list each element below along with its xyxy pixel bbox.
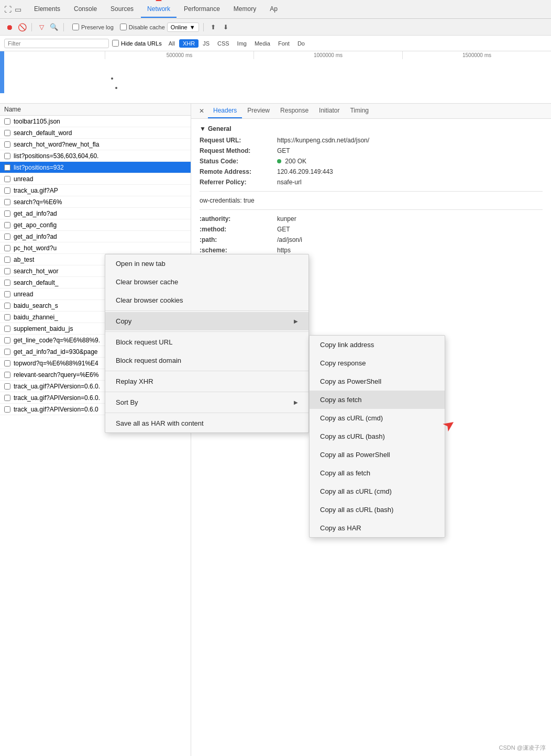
filter-js[interactable]: JS xyxy=(199,39,213,48)
list-item-checkbox[interactable] xyxy=(4,210,10,217)
filter-xhr[interactable]: XHR xyxy=(179,39,199,48)
list-item-checkbox[interactable] xyxy=(4,164,10,171)
ctx-save-har[interactable]: Save all as HAR with content xyxy=(105,414,308,432)
list-item-checkbox[interactable] xyxy=(4,337,10,343)
list-item-checkbox[interactable] xyxy=(4,395,10,401)
ctx-copy-link-address[interactable]: Copy link address xyxy=(310,336,445,354)
ctx-copy-all-as-powershell[interactable]: Copy all as PowerShell xyxy=(310,446,445,464)
status-code-key: Status Code: xyxy=(200,158,273,165)
ctx-open-new-tab[interactable]: Open in new tab xyxy=(105,254,308,273)
preserve-log-checkbox[interactable] xyxy=(72,24,79,30)
network-list[interactable]: toolbar1105.json search_default_word sea… xyxy=(0,116,191,756)
list-item-checkbox[interactable] xyxy=(4,141,10,148)
disable-cache-checkbox[interactable] xyxy=(120,24,127,30)
request-url-key: Request URL: xyxy=(200,137,273,144)
list-item[interactable]: get_ad_info?ad xyxy=(0,208,191,219)
ctx-copy-as-fetch[interactable]: Copy as fetch xyxy=(310,391,445,409)
ctx-copy-as-curl-cmd[interactable]: Copy as cURL (cmd) xyxy=(310,409,445,427)
list-item-checkbox[interactable] xyxy=(4,234,10,240)
list-item[interactable]: get_ad_info?ad xyxy=(0,231,191,242)
list-item-name: toolbar1105.json xyxy=(14,118,186,125)
list-item-checkbox[interactable] xyxy=(4,257,10,263)
filter-font[interactable]: Font xyxy=(274,39,293,48)
list-item-checkbox[interactable] xyxy=(4,303,10,309)
list-item-name: list?positions=536,603,604,60. xyxy=(14,152,186,160)
network-throttle-select[interactable]: Online ▼ xyxy=(167,23,199,32)
list-item-checkbox[interactable] xyxy=(4,245,10,251)
select-icon[interactable]: ⛶ xyxy=(4,5,12,14)
list-item[interactable]: list?positions=536,603,604,60. xyxy=(0,150,191,162)
list-item-checkbox[interactable] xyxy=(4,314,10,320)
record-button[interactable]: ⏺ xyxy=(4,22,15,32)
list-item-checkbox[interactable] xyxy=(4,187,10,194)
stop-button[interactable]: 🚫 xyxy=(17,22,27,32)
ctx-clear-cache[interactable]: Clear browser cache xyxy=(105,273,308,291)
tab-headers[interactable]: Headers xyxy=(208,104,242,118)
list-item-checkbox[interactable] xyxy=(4,153,10,159)
tab-elements[interactable]: Elements xyxy=(28,1,67,18)
list-item[interactable]: search?q=%E6% xyxy=(0,196,191,208)
tab-sources[interactable]: Sources xyxy=(104,1,140,18)
ctx-block-url[interactable]: Block request URL xyxy=(105,333,308,351)
list-item-checkbox[interactable] xyxy=(4,372,10,378)
list-item-checkbox[interactable] xyxy=(4,222,10,228)
list-item[interactable]: toolbar1105.json xyxy=(0,116,191,127)
filter-input[interactable] xyxy=(4,39,109,48)
hide-data-urls-checkbox[interactable] xyxy=(112,40,119,47)
filter-doc[interactable]: Do xyxy=(294,39,308,48)
close-panel-button[interactable]: ✕ xyxy=(195,104,208,118)
list-item[interactable]: get_apo_config xyxy=(0,219,191,231)
filter-img[interactable]: Img xyxy=(234,39,250,48)
device-icon[interactable]: ▭ xyxy=(15,5,21,14)
list-item-checkbox[interactable] xyxy=(4,130,10,136)
list-item[interactable]: search_default_word xyxy=(0,127,191,139)
tab-response[interactable]: Response xyxy=(275,104,314,118)
list-item-checkbox[interactable] xyxy=(4,118,10,125)
list-item[interactable]: unread xyxy=(0,173,191,185)
ctx-copy-as-curl-bash[interactable]: Copy as cURL (bash) xyxy=(310,427,445,446)
tab-performance[interactable]: Performance xyxy=(178,1,226,18)
list-item-checkbox[interactable] xyxy=(4,280,10,286)
ctx-clear-cookies[interactable]: Clear browser cookies xyxy=(105,291,308,309)
list-item[interactable]: search_hot_word?new_hot_fla xyxy=(0,139,191,150)
filter-button[interactable]: ▽ xyxy=(36,22,47,32)
ctx-copy-all-as-fetch[interactable]: Copy all as fetch xyxy=(310,464,445,482)
tab-preview[interactable]: Preview xyxy=(242,104,275,118)
list-item-selected[interactable]: list?positions=932 xyxy=(0,162,191,173)
tab-console[interactable]: Console xyxy=(68,1,103,18)
tab-initiator[interactable]: Initiator xyxy=(314,104,345,118)
authority-val: kunper xyxy=(277,215,296,223)
list-item-checkbox[interactable] xyxy=(4,360,10,366)
ctx-copy[interactable]: Copy xyxy=(105,312,308,330)
filter-all[interactable]: All xyxy=(165,39,179,48)
search-button[interactable]: 🔍 xyxy=(49,22,59,32)
ctx-block-domain[interactable]: Block request domain xyxy=(105,351,308,370)
list-item[interactable]: track_ua.gif?AP xyxy=(0,185,191,196)
ctx-copy-as-powershell[interactable]: Copy as PowerShell xyxy=(310,372,445,391)
list-item-checkbox[interactable] xyxy=(4,326,10,332)
list-item-checkbox[interactable] xyxy=(4,176,10,182)
ctx-copy-as-har[interactable]: Copy as HAR xyxy=(310,519,445,537)
list-item-checkbox[interactable] xyxy=(4,383,10,390)
ctx-copy-all-as-curl-bash[interactable]: Copy all as cURL (bash) xyxy=(310,501,445,519)
list-item-checkbox[interactable] xyxy=(4,406,10,413)
ctx-copy-all-as-curl-cmd[interactable]: Copy all as cURL (cmd) xyxy=(310,482,445,501)
tab-network[interactable]: Network xyxy=(141,1,177,18)
upload-har-button[interactable]: ⬆ xyxy=(208,22,218,32)
ctx-sort-by[interactable]: Sort By xyxy=(105,393,308,412)
list-item-checkbox[interactable] xyxy=(4,199,10,205)
list-item[interactable]: pc_hot_word?u xyxy=(0,242,191,254)
tab-timing[interactable]: Timing xyxy=(345,104,374,118)
ctx-replay-xhr[interactable]: Replay XHR xyxy=(105,372,308,391)
filter-css[interactable]: CSS xyxy=(214,39,233,48)
ctx-copy-response[interactable]: Copy response xyxy=(310,354,445,372)
list-item-checkbox[interactable] xyxy=(4,291,10,297)
tab-memory[interactable]: Memory xyxy=(227,1,262,18)
tab-ap[interactable]: Ap xyxy=(263,1,284,18)
download-har-button[interactable]: ⬇ xyxy=(221,22,231,32)
right-panel-tabs: ✕ Headers Preview Response Initiator Tim… xyxy=(191,104,551,119)
filter-media[interactable]: Media xyxy=(251,39,274,48)
list-item-checkbox[interactable] xyxy=(4,349,10,355)
timeline-dot-1 xyxy=(111,77,113,80)
list-item-checkbox[interactable] xyxy=(4,268,10,274)
